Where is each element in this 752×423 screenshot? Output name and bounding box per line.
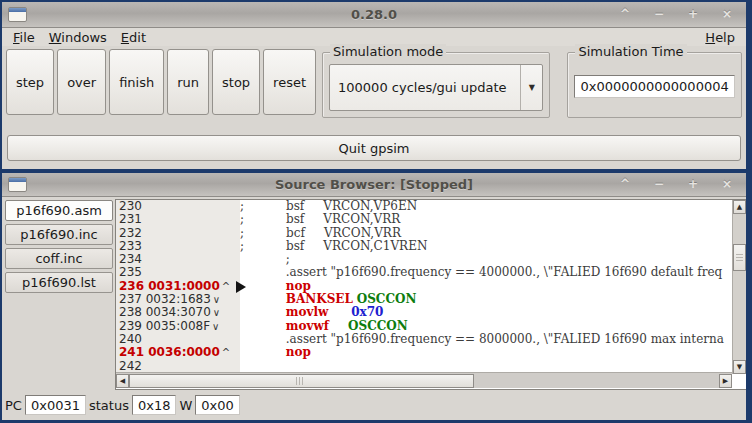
arrow-down-icon: ▼ bbox=[737, 364, 742, 371]
fold-marker-icon: ∨ bbox=[212, 321, 219, 332]
menu-windows[interactable]: Windows bbox=[42, 30, 114, 45]
line-gutter[interactable]: 234 bbox=[116, 253, 240, 266]
code-line[interactable]: 238 0034:3070∨ movlw 0x70 bbox=[116, 306, 732, 319]
combo-dropdown-button[interactable]: ▼ bbox=[520, 65, 542, 110]
code-text: ; bcf VRCON,VRR bbox=[240, 227, 732, 240]
line-gutter[interactable]: 232 bbox=[116, 227, 240, 240]
fold-marker-icon: ∨ bbox=[213, 307, 220, 318]
code-line[interactable]: 241 0036:0000^ nop bbox=[116, 346, 732, 359]
status-field-w[interactable]: 0x00 bbox=[195, 395, 240, 415]
code-line[interactable]: 234 ; bbox=[116, 253, 732, 266]
source-browser-window-controls: ^−+× bbox=[612, 177, 740, 193]
simulation-time-field[interactable]: 0x0000000000000004 bbox=[574, 75, 735, 98]
code-text: BANKSEL OSCCON bbox=[240, 293, 732, 306]
simulation-mode-label: Simulation mode bbox=[330, 44, 446, 59]
line-gutter[interactable]: 241 0036:0000^ bbox=[116, 346, 240, 359]
menu-help[interactable]: Help bbox=[698, 30, 742, 45]
arrow-right-icon: ▶ bbox=[723, 378, 728, 385]
code-line[interactable]: 239 0035:008F∨ movwf OSCCON bbox=[116, 320, 732, 333]
close-button[interactable]: × bbox=[714, 7, 740, 23]
horizontal-scrollbar[interactable]: ◀ ▶ bbox=[116, 372, 732, 388]
file-tab-p16f690.inc[interactable]: p16f690.inc bbox=[5, 224, 113, 245]
fold-marker-icon: ^ bbox=[222, 281, 230, 292]
vertical-scrollbar[interactable]: ▲ ▼ bbox=[732, 200, 746, 374]
line-gutter[interactable]: 235 bbox=[116, 266, 240, 279]
thumb-grip bbox=[736, 254, 743, 261]
code-text: movwf OSCCON bbox=[240, 320, 732, 333]
code-line[interactable]: 240 .assert "p16f690.frequency == 800000… bbox=[116, 333, 732, 346]
line-gutter[interactable]: 231 bbox=[116, 213, 240, 226]
status-field-status[interactable]: 0x18 bbox=[132, 395, 177, 415]
main-window-controls: ^−+× bbox=[612, 7, 740, 23]
code-text: nop bbox=[240, 346, 732, 359]
run-button[interactable]: run bbox=[167, 49, 209, 115]
file-tab-list: p16f690.asmp16f690.inccoff.incp16f690.ls… bbox=[4, 199, 115, 392]
line-gutter[interactable]: 230 bbox=[116, 200, 240, 213]
code-line[interactable]: 232; bcf VRCON,VRR bbox=[116, 227, 732, 240]
line-gutter[interactable]: 233 bbox=[116, 240, 240, 253]
horizontal-scrollbar-thumb[interactable] bbox=[129, 374, 474, 388]
pc-arrow-icon bbox=[236, 281, 246, 293]
code-lines: 230; bsf VRCON,VP6EN231; bsf VRCON,VRR23… bbox=[116, 200, 732, 374]
code-text: nop bbox=[240, 280, 732, 293]
line-gutter[interactable]: 238 0034:3070∨ bbox=[116, 306, 240, 319]
status-field-pc[interactable]: 0x0031 bbox=[25, 395, 86, 415]
arrow-left-icon: ◀ bbox=[120, 378, 125, 385]
line-gutter[interactable]: 236 0031:0000^ bbox=[116, 280, 240, 293]
shade-button[interactable]: ^ bbox=[612, 177, 638, 193]
code-text: ; bsf VRCON,VP6EN bbox=[240, 200, 732, 213]
code-line[interactable]: 231; bsf VRCON,VRR bbox=[116, 213, 732, 226]
register-status-bar: PC0x0031status0x18W0x00 bbox=[2, 392, 746, 418]
line-gutter[interactable]: 240 bbox=[116, 333, 240, 346]
main-titlebar[interactable]: 0.28.0 ^−+× bbox=[2, 2, 746, 28]
source-browser-titlebar[interactable]: Source Browser: [Stopped] ^−+× bbox=[2, 173, 746, 197]
window-menu-icon[interactable] bbox=[8, 7, 27, 22]
over-button[interactable]: over bbox=[57, 49, 106, 115]
status-label-w: W bbox=[179, 398, 192, 413]
code-line[interactable]: 236 0031:0000^ nop bbox=[116, 280, 732, 293]
line-gutter[interactable]: 239 0035:008F∨ bbox=[116, 320, 240, 333]
code-line[interactable]: 242 bbox=[116, 360, 732, 373]
window-menu-icon[interactable] bbox=[8, 177, 27, 192]
maximize-button[interactable]: + bbox=[680, 177, 706, 193]
code-line[interactable]: 237 0032:1683∨ BANKSEL OSCCON bbox=[116, 293, 732, 306]
source-browser-body: p16f690.asmp16f690.inccoff.incp16f690.ls… bbox=[2, 197, 746, 392]
scroll-up-button[interactable]: ▲ bbox=[733, 200, 746, 214]
code-text: ; bbox=[240, 253, 732, 266]
code-line[interactable]: 233; bsf VRCON,C1VREN bbox=[116, 240, 732, 253]
finish-button[interactable]: finish bbox=[109, 49, 164, 115]
reset-button[interactable]: reset bbox=[263, 49, 316, 115]
scroll-left-button[interactable]: ◀ bbox=[116, 374, 129, 388]
shade-button[interactable]: ^ bbox=[612, 7, 638, 23]
menu-edit[interactable]: Edit bbox=[114, 30, 153, 45]
line-gutter[interactable]: 237 0032:1683∨ bbox=[116, 293, 240, 306]
minimize-button[interactable]: − bbox=[646, 7, 672, 23]
toolbar: stepoverfinishrunstopreset Simulation mo… bbox=[2, 46, 746, 122]
file-tab-p16f690.lst[interactable]: p16f690.lst bbox=[5, 272, 113, 293]
scroll-right-button[interactable]: ▶ bbox=[719, 374, 732, 388]
vertical-scrollbar-thumb[interactable] bbox=[733, 244, 746, 271]
chevron-down-icon: ▼ bbox=[529, 84, 535, 92]
file-tab-coff.inc[interactable]: coff.inc bbox=[5, 248, 113, 269]
source-view: 230; bsf VRCON,VP6EN231; bsf VRCON,VRR23… bbox=[115, 199, 746, 390]
simulation-mode-frame: Simulation mode 100000 cycles/gui update… bbox=[322, 52, 550, 118]
file-tab-p16f690.asm[interactable]: p16f690.asm bbox=[5, 200, 113, 221]
quit-row: Quit gpsim bbox=[2, 122, 746, 161]
code-line[interactable]: 230; bsf VRCON,VP6EN bbox=[116, 200, 732, 213]
fold-marker-icon: ^ bbox=[222, 347, 230, 358]
code-line[interactable]: 235 .assert "p16f690.frequency == 400000… bbox=[116, 266, 732, 279]
simulation-mode-value: 100000 cycles/gui update bbox=[330, 80, 520, 95]
minimize-button[interactable]: − bbox=[646, 177, 672, 193]
step-button[interactable]: step bbox=[6, 49, 54, 115]
line-gutter[interactable]: 242 bbox=[116, 360, 240, 373]
scroll-down-button[interactable]: ▼ bbox=[733, 360, 746, 374]
menu-file[interactable]: File bbox=[6, 30, 42, 45]
thumb-grip bbox=[296, 377, 305, 385]
screen: 0.28.0 ^−+× FileWindowsEdit Help stepove… bbox=[0, 0, 752, 423]
simulation-mode-combobox[interactable]: 100000 cycles/gui update ▼ bbox=[329, 64, 543, 111]
close-button[interactable]: × bbox=[714, 177, 740, 193]
quit-gpsim-button[interactable]: Quit gpsim bbox=[7, 135, 741, 161]
maximize-button[interactable]: + bbox=[680, 7, 706, 23]
code-text: .assert "p16f690.frequency == 4000000., … bbox=[240, 266, 732, 279]
stop-button[interactable]: stop bbox=[212, 49, 260, 115]
